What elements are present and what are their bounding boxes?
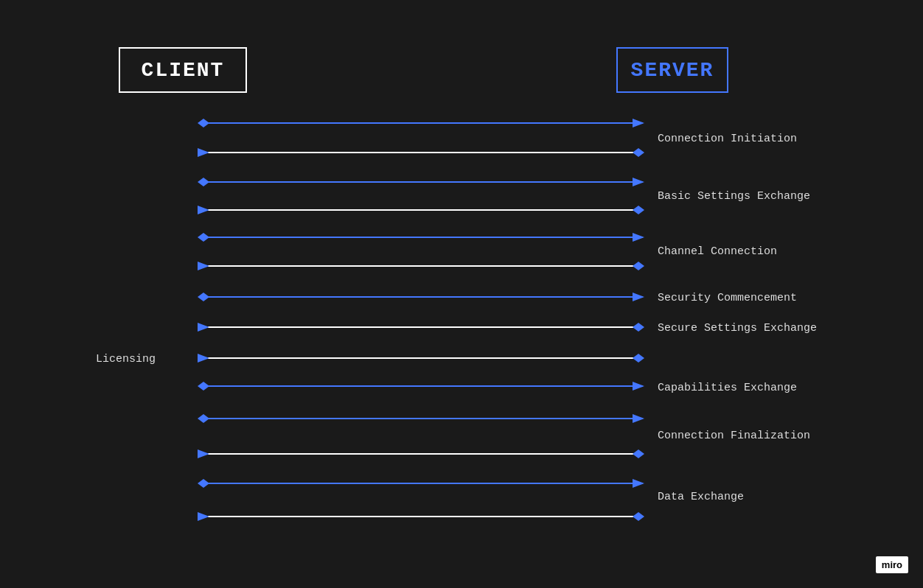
svg-text:Connection Initiation: Connection Initiation (658, 133, 797, 145)
diagram-container: CLIENT SERVER (0, 0, 923, 588)
svg-text:Licensing: Licensing (96, 353, 156, 365)
svg-text:Data Exchange: Data Exchange (658, 491, 744, 503)
svg-text:Capabilities Exchange: Capabilities Exchange (658, 382, 797, 394)
svg-text:Security Commencement: Security Commencement (658, 292, 797, 304)
arrows-svg: Connection Initiation Basic Settings Exc… (0, 0, 923, 588)
svg-text:Secure Settings Exchange: Secure Settings Exchange (658, 322, 817, 335)
svg-text:Basic Settings Exchange: Basic Settings Exchange (658, 190, 810, 203)
svg-text:Connection Finalization: Connection Finalization (658, 430, 810, 442)
miro-badge: miro (876, 556, 908, 573)
svg-text:Channel Connection: Channel Connection (658, 245, 777, 258)
